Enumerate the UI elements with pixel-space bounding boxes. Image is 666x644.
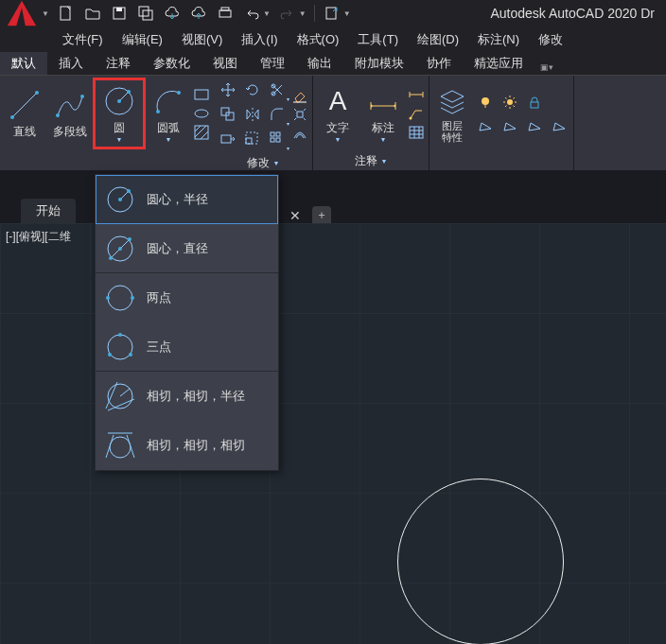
cloud-save-icon[interactable] [189,4,208,23]
share-icon[interactable] [323,4,342,23]
layer-iso-icon[interactable] [500,114,520,135]
layer-sun-icon[interactable] [500,92,520,113]
offset-icon[interactable] [291,125,308,142]
polyline-button[interactable]: 多段线 [49,79,91,148]
rtab-featured[interactable]: 精选应用 [463,52,535,75]
arc-button[interactable]: 圆弧 ▼ [148,79,189,148]
circle-ttr[interactable]: 相切，相切，半径 [96,372,278,421]
mirror-icon[interactable] [242,104,263,125]
move-icon[interactable] [218,79,238,100]
circle-label: 圆 [114,120,125,136]
undo-icon[interactable] [242,4,261,23]
erase-icon[interactable] [291,87,308,104]
redo-chevron-icon[interactable]: ▼ [299,9,307,18]
svg-point-54 [108,335,132,359]
layer-lock-icon[interactable] [524,92,545,113]
circle-button[interactable]: 圆 ▼ [95,79,144,148]
circle-2points-icon [103,281,137,315]
linear-dim-icon[interactable]: ▾ [408,86,425,103]
svg-rect-41 [531,102,538,108]
dimension-icon [366,84,400,118]
svg-rect-24 [221,108,229,115]
ribbon-expand-icon[interactable]: ▣▾ [535,60,559,75]
rtab-default[interactable]: 默认 [0,52,47,75]
viewport-controls[interactable]: [-][俯视][二维 [6,229,71,245]
svg-point-37 [410,117,412,120]
menu-format[interactable]: 格式(O) [289,29,347,50]
table-icon[interactable] [408,124,425,141]
layer-bulb-icon[interactable] [475,92,496,113]
menu-file[interactable]: 文件(F) [55,29,111,50]
saveas-icon[interactable] [136,4,155,23]
layer-props-button[interactable]: 图层 特性 [433,79,471,148]
menu-view[interactable]: 视图(V) [174,29,230,50]
array-icon[interactable]: ▾ [267,129,288,149]
circle-center-diameter[interactable]: 圆心，直径 [96,224,278,273]
app-menu-chevron-icon[interactable]: ▼ [42,9,49,18]
text-label: 文字 [326,120,349,136]
trim-icon[interactable]: ▾ [267,79,288,100]
svg-point-39 [482,97,489,105]
stretch-icon[interactable] [218,129,238,149]
layer-match-icon[interactable] [524,114,545,135]
svg-point-57 [129,353,132,357]
undo-chevron-icon[interactable]: ▼ [263,9,271,18]
panel-layers-label[interactable] [429,151,573,170]
new-tab-button[interactable]: ＋ [312,206,331,223]
save-icon[interactable] [110,4,129,23]
share-chevron-icon[interactable]: ▼ [343,9,351,18]
dim-label: 标注 [372,120,394,136]
rotate-icon[interactable] [242,79,263,100]
menu-tools[interactable]: 工具(T) [350,29,406,50]
panel-draw-label[interactable] [0,151,214,170]
rtab-insert[interactable]: 插入 [47,52,95,75]
circle-2points[interactable]: 两点 [96,273,278,322]
menu-draw[interactable]: 绘图(D) [410,29,466,50]
line-button[interactable]: 直线 [4,79,45,148]
circle-center-radius[interactable]: 圆心，半径 [96,175,278,224]
arc-icon [151,84,185,118]
layer-off-icon[interactable] [475,114,496,135]
circle-3points[interactable]: 三点 [96,322,278,372]
svg-line-14 [119,92,129,101]
new-icon[interactable] [57,4,76,23]
rtab-view[interactable]: 视图 [202,52,249,75]
close-tab-button[interactable]: ✕ [286,208,305,223]
scale-icon[interactable] [242,129,263,149]
layer-props-label: 图层 特性 [442,120,463,143]
svg-line-8 [12,93,37,117]
panel-annotate-label[interactable]: 注释 ▼ [313,151,429,170]
circle-center-radius-icon [103,183,137,217]
ellipse-icon[interactable]: ▾ [193,105,210,122]
rtab-addins[interactable]: 附加模块 [343,52,415,75]
dimension-button[interactable]: 标注 ▼ [362,79,404,148]
plot-icon[interactable] [216,4,235,23]
app-logo[interactable] [4,0,40,31]
text-button[interactable]: A 文字 ▼ [317,79,359,148]
rtab-output[interactable]: 输出 [296,52,343,75]
hatch-icon[interactable]: ▾ [193,124,210,141]
rtab-manage[interactable]: 管理 [249,52,296,75]
menu-edit[interactable]: 编辑(E) [114,29,170,50]
copy-icon[interactable] [218,104,238,125]
circle-ttt-icon [103,428,137,462]
fillet-icon[interactable]: ▾ [267,104,288,125]
rtab-annotate[interactable]: 注释 [95,52,142,75]
circle-ttt[interactable]: 相切，相切，相切 [96,421,278,470]
rectangle-icon[interactable]: ▾ [193,86,210,103]
drawing-tab-start[interactable]: 开始 [21,199,76,223]
menu-dim[interactable]: 标注(N) [470,29,527,50]
menu-insert[interactable]: 插入(I) [234,29,285,50]
cloud-open-icon[interactable] [163,4,182,23]
svg-point-52 [106,296,110,300]
menu-modify[interactable]: 修改 [531,29,570,50]
layer-prev-icon[interactable] [549,114,570,135]
explode-icon[interactable] [291,106,308,123]
open-icon[interactable] [83,4,102,23]
rtab-param[interactable]: 参数化 [142,52,202,75]
redo-icon[interactable] [278,4,297,23]
leader-icon[interactable]: ▾ [408,105,425,122]
panel-modify-label[interactable]: 修改 ▼ [214,153,312,172]
svg-rect-27 [246,138,252,144]
rtab-collab[interactable]: 协作 [415,52,463,75]
